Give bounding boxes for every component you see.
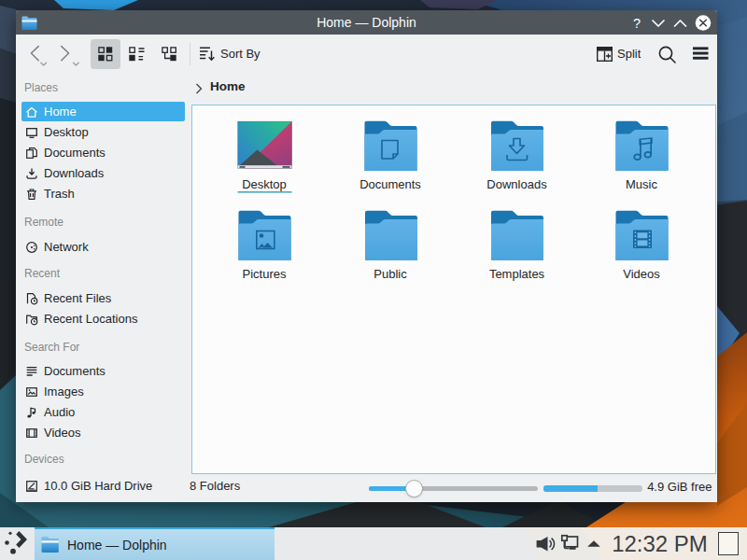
svg-text:?: ? bbox=[633, 16, 641, 31]
